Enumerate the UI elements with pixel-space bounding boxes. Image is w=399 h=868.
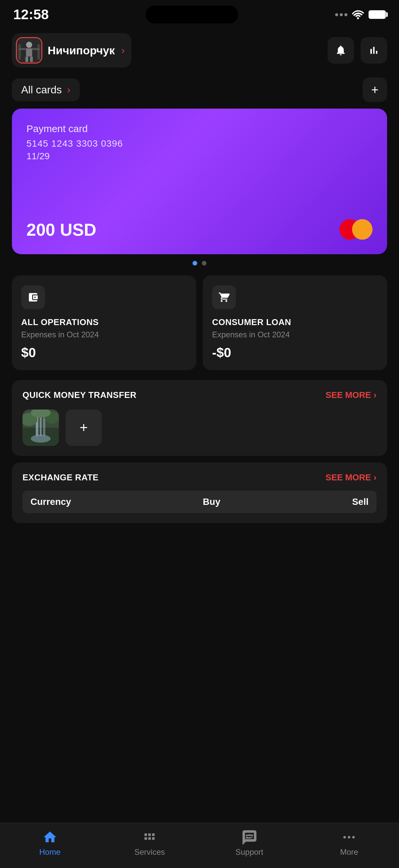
card-expiry: 11/29 — [27, 151, 372, 161]
user-name: Ничипорчук — [47, 44, 115, 57]
header: Ничипорчук › — [0, 27, 399, 74]
all-cards-chevron-icon: › — [67, 84, 70, 95]
exchange-rate-section: EXCHANGE RATE SEE MORE › Currency Buy Se… — [12, 462, 387, 523]
svg-rect-6 — [26, 57, 28, 62]
dot-indicator-1 — [193, 261, 197, 266]
mastercard-logo — [339, 219, 372, 240]
battery-icon — [369, 10, 386, 19]
cart-icon — [219, 292, 230, 303]
consumer-loan-card[interactable]: CONSUMER LOAN Expenses in Oct 2024 -$0 — [203, 275, 387, 370]
svg-point-20 — [252, 837, 253, 838]
payment-card[interactable]: Payment card 5145 1243 3303 0396 11/29 2… — [12, 108, 387, 254]
card-balance: 200 USD — [27, 220, 96, 240]
header-actions — [328, 37, 387, 64]
user-pill[interactable]: Ничипорчук › — [12, 33, 131, 67]
svg-point-22 — [348, 836, 351, 839]
quick-transfer-section: QUICK MONEY TRANSFER SEE MORE › — [12, 380, 387, 456]
svg-rect-5 — [26, 48, 32, 56]
wifi-icon — [352, 10, 364, 19]
svg-point-4 — [26, 42, 32, 48]
svg-point-19 — [246, 837, 247, 838]
status-notch — [145, 6, 238, 24]
card-title: Payment card — [27, 123, 372, 134]
all-operations-subtitle: Expenses in Oct 2024 — [21, 330, 187, 339]
nav-more-label: More — [340, 847, 358, 857]
analytics-button[interactable] — [361, 37, 387, 64]
operations-grid: ALL OPERATIONS Expenses in Oct 2024 $0 C… — [0, 272, 399, 377]
nav-more[interactable]: More — [299, 830, 399, 857]
dot-indicator-2 — [202, 261, 206, 266]
nav-home-label: Home — [39, 847, 61, 857]
cards-row: All cards › + — [0, 74, 399, 108]
all-operations-card[interactable]: ALL OPERATIONS Expenses in Oct 2024 $0 — [12, 275, 196, 370]
consumer-loan-subtitle: Expenses in Oct 2024 — [212, 330, 378, 339]
svg-point-18 — [249, 834, 250, 835]
contact-avatar[interactable] — [23, 409, 59, 446]
status-time: 12:58 — [13, 7, 48, 23]
card-section: Payment card 5145 1243 3303 0396 11/29 2… — [0, 108, 399, 254]
wallet-icon — [28, 292, 39, 303]
consumer-loan-title: CONSUMER LOAN — [212, 317, 378, 328]
svg-rect-2 — [37, 44, 40, 60]
bell-icon — [335, 44, 347, 56]
quick-transfer-see-more-button[interactable]: SEE MORE › — [326, 390, 376, 400]
card-number: 5145 1243 3303 0396 — [27, 138, 372, 149]
sell-col-header: Sell — [352, 497, 369, 507]
add-contact-button[interactable]: + — [66, 409, 102, 446]
svg-rect-1 — [19, 44, 21, 60]
quick-transfer-title: QUICK MONEY TRANSFER — [23, 390, 137, 400]
nav-services-label: Services — [134, 847, 165, 857]
currency-col-header: Currency — [30, 497, 71, 507]
all-operations-title: ALL OPERATIONS — [21, 317, 187, 328]
nav-support[interactable]: Support — [199, 830, 299, 857]
all-cards-button[interactable]: All cards › — [12, 79, 80, 101]
bottom-nav: Home Services Support More — [0, 823, 399, 868]
notifications-button[interactable] — [328, 37, 354, 64]
signal-dots — [335, 13, 347, 16]
svg-rect-7 — [30, 57, 33, 62]
support-icon — [242, 830, 257, 845]
chart-icon — [368, 44, 380, 56]
all-operations-amount: $0 — [21, 345, 187, 360]
transfer-contacts: + — [23, 409, 376, 446]
nav-support-label: Support — [236, 847, 263, 857]
cart-icon-wrap — [212, 285, 236, 309]
services-icon — [142, 830, 157, 845]
exchange-table-header: Currency Buy Sell — [23, 491, 376, 513]
svg-rect-13 — [43, 418, 45, 436]
avatar — [16, 37, 42, 64]
nav-home[interactable]: Home — [0, 830, 100, 857]
status-bar: 12:58 — [0, 0, 399, 27]
wallet-icon-wrap — [21, 285, 45, 309]
more-icon — [341, 830, 357, 845]
status-icons — [335, 10, 386, 19]
nav-services[interactable]: Services — [100, 830, 200, 857]
all-cards-label: All cards — [21, 84, 62, 96]
add-card-button[interactable]: + — [363, 78, 387, 102]
home-icon — [42, 830, 58, 845]
buy-col-header: Buy — [203, 497, 220, 507]
svg-point-21 — [343, 836, 346, 839]
exchange-rate-title: EXCHANGE RATE — [23, 472, 99, 483]
svg-point-14 — [31, 435, 51, 443]
consumer-loan-amount: -$0 — [212, 345, 378, 360]
svg-point-23 — [352, 836, 355, 839]
mastercard-orange-circle — [352, 219, 372, 240]
user-chevron-icon: › — [122, 45, 125, 56]
card-dots-indicator — [0, 261, 399, 266]
exchange-rate-see-more-button[interactable]: SEE MORE › — [326, 472, 376, 483]
